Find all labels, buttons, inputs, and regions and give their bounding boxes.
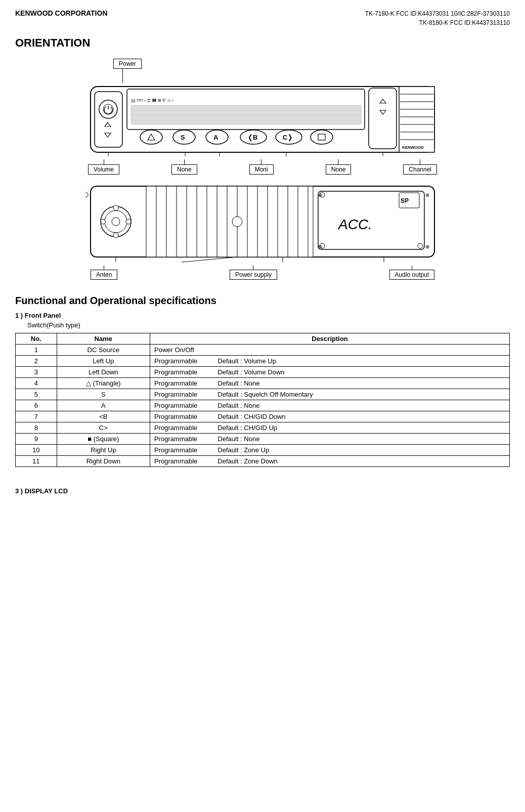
cell-no: 1	[16, 345, 57, 356]
cell-desc: ProgrammableDefault : CH/GID Up	[150, 422, 510, 434]
power-label-area: Power	[113, 59, 142, 83]
cell-name: C>	[57, 422, 150, 434]
cell-name: Left Up	[57, 356, 150, 367]
cell-no: 9	[16, 434, 57, 445]
svg-point-66	[232, 217, 242, 227]
cell-name: DC Source	[57, 345, 150, 356]
none1-label: None	[171, 164, 197, 175]
model-line1: TK-7180-K FCC ID:K44373031 10/IC:282F-37…	[365, 9, 510, 18]
svg-rect-24	[369, 88, 397, 149]
col-header-desc: Description	[150, 333, 510, 345]
table-row: 3Left DownProgrammableDefault : Volume D…	[16, 367, 510, 378]
cell-desc: ProgrammableDefault : Volume Up	[150, 356, 510, 367]
svg-text:ACC.: ACC.	[337, 217, 372, 232]
cell-name: △ (Triangle)	[57, 378, 150, 389]
front-panel-svg: |||| ⊓⊓ ○ ⊏ ☎ ⊞ ✆ ◇ ○ S A ❬B C❭	[85, 84, 440, 157]
svg-point-45	[101, 219, 106, 224]
table-row: 9■ (Square)ProgrammableDefault : None	[16, 434, 510, 445]
orientation-title: ORIENTATION	[15, 36, 510, 50]
cell-name: Right Down	[57, 456, 150, 467]
svg-text:⊕: ⊕	[425, 244, 429, 249]
front-panel-wrapper: Power |||| ⊓⊓ ○ ⊏ ☎ ⊞ ✆ ◇ ○	[85, 59, 440, 175]
table-row: 5SProgrammableDefault : Squelch Off Mome…	[16, 389, 510, 400]
svg-line-82	[182, 257, 237, 262]
specs-table: No. Name Description 1DC SourcePower On/…	[15, 333, 510, 467]
channel-label: Channel	[403, 164, 437, 175]
svg-text:C❭: C❭	[283, 134, 293, 142]
cell-name: S	[57, 389, 150, 400]
svg-text:||||  ⊓⊓ ○  ⊏  ☎ ⊞ ✆  ◇ ○: |||| ⊓⊓ ○ ⊏ ☎ ⊞ ✆ ◇ ○	[131, 98, 174, 103]
svg-text:S: S	[181, 134, 185, 141]
cell-desc: ProgrammableDefault : None	[150, 434, 510, 445]
table-row: 11Right DownProgrammableDefault : Zone D…	[16, 456, 510, 467]
cell-no: 8	[16, 422, 57, 434]
audio-output-label: Audio output	[389, 270, 434, 280]
panel-section-label: 1 ) Front Panel	[15, 312, 510, 319]
cell-desc: ProgrammableDefault : Volume Down	[150, 367, 510, 378]
svg-point-48	[113, 233, 118, 238]
svg-point-74	[418, 243, 423, 248]
svg-text:KENWOOD: KENWOOD	[402, 145, 424, 150]
svg-text:❬B: ❬B	[247, 134, 257, 142]
cell-no: 5	[16, 389, 57, 400]
table-row: 7<BProgrammableDefault : CH/GID Down	[16, 411, 510, 422]
cell-desc: ProgrammableDefault : Zone Down	[150, 456, 510, 467]
table-row: 1DC SourcePower On/Off	[16, 345, 510, 356]
cell-no: 3	[16, 367, 57, 378]
svg-point-46	[126, 219, 131, 224]
none2-label: None	[326, 164, 352, 175]
cell-no: 4	[16, 378, 57, 389]
svg-point-22	[311, 130, 333, 144]
model-info: TK-7180-K FCC ID:K44373031 10/IC:282F-37…	[365, 9, 510, 27]
table-row: 6AProgrammableDefault : None	[16, 400, 510, 411]
cell-desc: ProgrammableDefault : None	[150, 400, 510, 411]
cell-no: 2	[16, 356, 57, 367]
svg-rect-8	[131, 105, 361, 124]
cell-name: A	[57, 400, 150, 411]
moni-label: Moni	[249, 164, 274, 175]
table-row: 10Right UpProgrammableDefault : Zone Up	[16, 445, 510, 456]
svg-text:⊕: ⊕	[318, 244, 322, 249]
table-row: 2Left UpProgrammableDefault : Volume Up	[16, 356, 510, 367]
cell-desc: ProgrammableDefault : None	[150, 378, 510, 389]
col-header-name: Name	[57, 333, 150, 345]
rear-panel-svg: SP ACC. ⊕ ⊕ ⊕ ⊕	[85, 184, 440, 265]
company-name: KENWOOD CORPORATION	[15, 9, 108, 17]
table-row: 8C>ProgrammableDefault : CH/GID Up	[16, 422, 510, 434]
cell-desc: Power On/Off	[150, 345, 510, 356]
cell-name: Left Down	[57, 367, 150, 378]
cell-no: 11	[16, 456, 57, 467]
cell-name: Right Up	[57, 445, 150, 456]
volume-label: Volume	[88, 164, 119, 175]
cell-name: ■ (Square)	[57, 434, 150, 445]
page-header: KENWOOD CORPORATION TK-7180-K FCC ID:K44…	[15, 5, 510, 27]
cell-desc: ProgrammableDefault : CH/GID Down	[150, 411, 510, 422]
cell-desc: ProgrammableDefault : Squelch Off Moment…	[150, 389, 510, 400]
svg-text:SP: SP	[401, 197, 409, 204]
svg-text:⊕: ⊕	[318, 192, 322, 198]
svg-point-12	[140, 130, 162, 144]
power-supply-label: Power supply	[230, 270, 277, 280]
svg-text:⊕: ⊕	[425, 192, 429, 198]
specs-title: Functional and Operational specification…	[15, 295, 510, 307]
col-header-no: No.	[16, 333, 57, 345]
switch-label: Switch(Push type)	[27, 321, 510, 329]
svg-rect-27	[399, 87, 434, 152]
svg-text:A: A	[213, 134, 218, 141]
cell-name: <B	[57, 411, 150, 422]
cell-desc: ProgrammableDefault : Zone Up	[150, 445, 510, 456]
anten-label: Anten	[91, 270, 117, 280]
cell-no: 10	[16, 445, 57, 456]
cell-no: 7	[16, 411, 57, 422]
cell-no: 6	[16, 400, 57, 411]
model-line2: TK-8180-K FCC ID:K4437313110	[365, 18, 510, 27]
rear-panel-wrapper: SP ACC. ⊕ ⊕ ⊕ ⊕	[85, 184, 440, 280]
svg-point-44	[112, 218, 120, 226]
orientation-area: Power |||| ⊓⊓ ○ ⊏ ☎ ⊞ ✆ ◇ ○	[15, 59, 510, 280]
svg-point-72	[85, 192, 88, 197]
table-row: 4△ (Triangle)ProgrammableDefault : None	[16, 378, 510, 389]
svg-point-47	[113, 205, 118, 210]
power-label: Power	[113, 59, 142, 69]
display-section-label: 3 ) DISPLAY LCD	[15, 487, 510, 495]
